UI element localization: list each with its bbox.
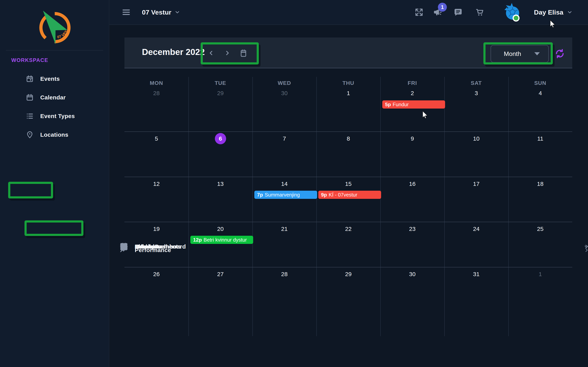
sidebar-item-locations[interactable]: Locations <box>0 125 109 144</box>
refresh-button[interactable] <box>554 48 565 59</box>
view-selector[interactable]: Month <box>491 45 549 63</box>
annotation-box-calendar <box>25 220 83 236</box>
datepicker-button[interactable] <box>237 47 250 59</box>
sidebar-item-calendar[interactable]: Calendar <box>0 88 109 107</box>
club-avatar[interactable] <box>502 0 521 25</box>
chevron-down-icon <box>567 9 573 15</box>
notification-badge: 1 <box>438 3 447 12</box>
sidebar-item-site[interactable]: Site <box>109 75 588 367</box>
caret-down-icon <box>534 52 540 55</box>
list-icon <box>26 112 34 120</box>
hamburger-menu-button[interactable] <box>122 0 131 25</box>
cart-button[interactable] <box>475 0 484 25</box>
app-window: 07 VESTUR DashboardCalendarStoreManageWO… <box>0 0 588 367</box>
sidebar-item-events[interactable]: Events <box>0 69 109 88</box>
calendar-icon <box>26 94 34 101</box>
chevron-down-icon <box>174 9 180 15</box>
cart-icon <box>475 8 484 17</box>
fullscreen-button[interactable] <box>415 0 424 25</box>
sidebar-section-label: WORKSPACE <box>0 51 109 69</box>
location-pin-icon <box>26 131 34 139</box>
annotation-box-events <box>8 182 53 199</box>
chevron-right-icon <box>584 244 588 250</box>
next-month-button[interactable] <box>221 47 233 59</box>
sidebar-item-label: Calendar <box>40 94 66 101</box>
user-menu[interactable]: Day Elisa <box>534 0 573 25</box>
sidebar-nav: DashboardCalendarStoreManageWORKSPACEAdm… <box>0 51 109 144</box>
calendar-month-title: December 2022 <box>142 47 205 57</box>
hamburger-icon <box>122 8 131 17</box>
sidebar-item-event-types[interactable]: Event Types <box>0 107 109 125</box>
user-name: Day Elisa <box>534 8 563 16</box>
team-selector[interactable]: 07 Vestur <box>142 0 180 25</box>
prev-month-button[interactable] <box>205 47 217 59</box>
topbar: 07 Vestur 1 <box>109 0 588 25</box>
sidebar-item-label: Site <box>135 243 146 250</box>
team-name: 07 Vestur <box>142 8 171 16</box>
messages-icon <box>453 8 462 17</box>
fullscreen-icon <box>415 8 424 17</box>
calendar-toolbar: December 2022 Month <box>124 37 572 68</box>
event-calendar-icon <box>26 75 34 83</box>
messages-button[interactable] <box>453 0 462 25</box>
view-selector-value: Month <box>504 50 521 58</box>
sidebar-item-label: Locations <box>40 132 68 138</box>
sidebar: 07 VESTUR DashboardCalendarStoreManageWO… <box>0 0 109 367</box>
globe-icon <box>120 242 128 251</box>
sidebar-item-label: Events <box>40 75 60 82</box>
club-logo[interactable]: 07 VESTUR <box>37 9 73 48</box>
sidebar-divider <box>6 50 103 50</box>
sidebar-item-label: Event Types <box>40 113 75 119</box>
